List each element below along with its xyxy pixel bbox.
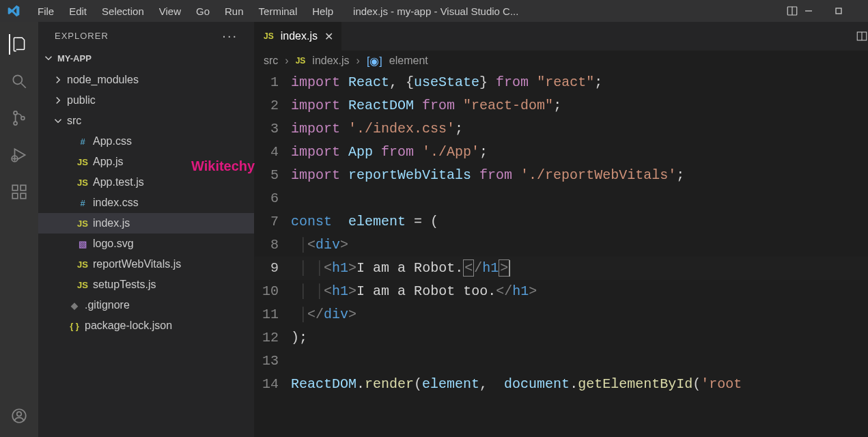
- tree-file[interactable]: JSsetupTests.js: [38, 274, 254, 295]
- code-line[interactable]: 13: [254, 350, 868, 373]
- menu-view[interactable]: View: [152, 3, 188, 20]
- line-number: 2: [254, 94, 291, 117]
- line-number: 6: [254, 187, 291, 210]
- tree-item-label: reportWebVitals.js: [93, 258, 181, 270]
- code-line[interactable]: 12);: [254, 326, 868, 350]
- menu-run[interactable]: Run: [217, 3, 251, 20]
- svg-point-4: [13, 75, 22, 84]
- editor-split-icon[interactable]: [856, 27, 868, 45]
- code-line[interactable]: 8 │<div>: [254, 234, 868, 257]
- tree-item-label: src: [67, 115, 81, 127]
- minimize-button[interactable]: [804, 6, 834, 16]
- tree-file[interactable]: #index.css: [38, 193, 254, 213]
- code-line[interactable]: 11 │</div>: [254, 303, 868, 326]
- code-line[interactable]: 7const element = (: [254, 210, 868, 234]
- svg-rect-13: [12, 185, 18, 191]
- code-line[interactable]: 6: [254, 187, 868, 210]
- tree-file[interactable]: #App.css: [38, 131, 254, 152]
- js-file-icon: JS: [296, 56, 306, 66]
- menu-file[interactable]: File: [30, 3, 61, 20]
- code-line[interactable]: 1import React, {useState} from "react";: [254, 71, 868, 94]
- chevron-right-icon: ›: [285, 55, 288, 67]
- tree-folder[interactable]: node_modules: [38, 70, 254, 90]
- menu-help[interactable]: Help: [305, 3, 341, 20]
- chevron-right-icon: ›: [356, 55, 360, 67]
- code-line[interactable]: 9 │ │<h1>I am a Robot.</h1>: [254, 257, 868, 280]
- tree-file[interactable]: ▧logo.svg: [38, 234, 254, 254]
- tree-item-label: App.css: [93, 135, 132, 147]
- tree-item-label: index.css: [93, 197, 139, 209]
- breadcrumb-symbol[interactable]: element: [389, 55, 428, 67]
- js-file-icon: JS: [264, 31, 274, 41]
- sidebar-more-icon[interactable]: ···: [222, 28, 238, 44]
- tree-file[interactable]: ◆.gitignore: [38, 295, 254, 315]
- menu-terminal[interactable]: Terminal: [251, 3, 305, 20]
- search-activity-icon[interactable]: [9, 71, 29, 91]
- run-debug-activity-icon[interactable]: [9, 145, 29, 165]
- account-activity-icon[interactable]: [9, 406, 29, 426]
- tree-file[interactable]: { }package-lock.json: [38, 315, 254, 336]
- project-header[interactable]: MY-APP: [38, 49, 254, 67]
- explorer-activity-icon[interactable]: [9, 34, 29, 55]
- line-number: 5: [254, 164, 291, 187]
- svg-rect-15: [20, 193, 26, 199]
- extensions-activity-icon[interactable]: [9, 182, 29, 202]
- line-number: 10: [254, 280, 291, 303]
- tree-item-label: public: [67, 94, 96, 107]
- line-number: 3: [254, 117, 291, 141]
- chevron-down-icon: [42, 52, 55, 64]
- code-line[interactable]: 14ReactDOM.render(element, document.getE…: [254, 373, 868, 396]
- tree-item-label: package-lock.json: [85, 320, 172, 332]
- tree-file[interactable]: JSApp.test.js: [38, 172, 254, 193]
- chevron-right-icon: [52, 74, 67, 86]
- tab-close-icon[interactable]: ✕: [324, 30, 333, 43]
- tree-item-label: App.test.js: [93, 176, 144, 188]
- code-line[interactable]: 10 │ │<h1>I am a Robot too.</h1>: [254, 280, 868, 303]
- tree-item-label: setupTests.js: [93, 279, 156, 291]
- svg-point-6: [14, 111, 17, 115]
- svg-line-5: [21, 83, 26, 88]
- window-title: index.js - my-app - Visual Studio C...: [353, 5, 786, 17]
- activity-bar: [0, 22, 38, 437]
- tree-folder[interactable]: src: [38, 111, 254, 131]
- svg-rect-16: [20, 185, 26, 191]
- tree-item-label: .gitignore: [85, 299, 130, 311]
- menu-go[interactable]: Go: [188, 3, 217, 20]
- svg-rect-14: [12, 193, 18, 199]
- menu-edit[interactable]: Edit: [61, 3, 94, 20]
- project-name: MY-APP: [57, 53, 92, 64]
- chevron-down-icon: [52, 115, 67, 127]
- code-line[interactable]: 2import ReactDOM from "react-dom";: [254, 94, 868, 117]
- line-number: 8: [254, 234, 291, 257]
- line-number: 14: [254, 373, 291, 396]
- tree-folder[interactable]: public: [38, 90, 254, 111]
- menu-selection[interactable]: Selection: [94, 3, 152, 20]
- code-editor[interactable]: 1import React, {useState} from "react";2…: [254, 71, 868, 437]
- breadcrumb[interactable]: src › JS index.js › [◉] element: [254, 51, 868, 71]
- window-controls: [804, 6, 864, 16]
- editor-area: JS index.js ✕ src › JS index.js › [◉] el…: [254, 22, 868, 437]
- line-number: 1: [254, 71, 291, 94]
- tab-index-js[interactable]: JS index.js ✕: [254, 22, 341, 51]
- breadcrumb-file[interactable]: index.js: [312, 55, 349, 67]
- line-number: 4: [254, 141, 291, 164]
- svg-rect-3: [836, 8, 841, 14]
- code-line[interactable]: 4import App from './App';: [254, 141, 868, 164]
- code-line[interactable]: 3import './index.css';: [254, 117, 868, 141]
- chevron-right-icon: [52, 94, 67, 107]
- source-control-activity-icon[interactable]: [9, 108, 29, 128]
- maximize-button[interactable]: [834, 6, 864, 16]
- breadcrumb-folder[interactable]: src: [264, 55, 278, 67]
- tree-file[interactable]: JSreportWebVitals.js: [38, 254, 254, 274]
- tree-item-label: logo.svg: [93, 238, 134, 250]
- symbol-icon: [◉]: [367, 55, 382, 68]
- line-number: 9: [254, 257, 291, 280]
- svg-point-18: [17, 412, 22, 417]
- code-line[interactable]: 5import reportWebVitals from './reportWe…: [254, 164, 868, 187]
- svg-point-7: [14, 122, 17, 125]
- layout-panel-icon[interactable]: [786, 5, 798, 17]
- tree-file[interactable]: JSindex.js: [38, 213, 254, 234]
- title-bar: File Edit Selection View Go Run Terminal…: [0, 0, 868, 22]
- svg-point-8: [21, 117, 25, 120]
- tree-file[interactable]: JSApp.js: [38, 152, 254, 172]
